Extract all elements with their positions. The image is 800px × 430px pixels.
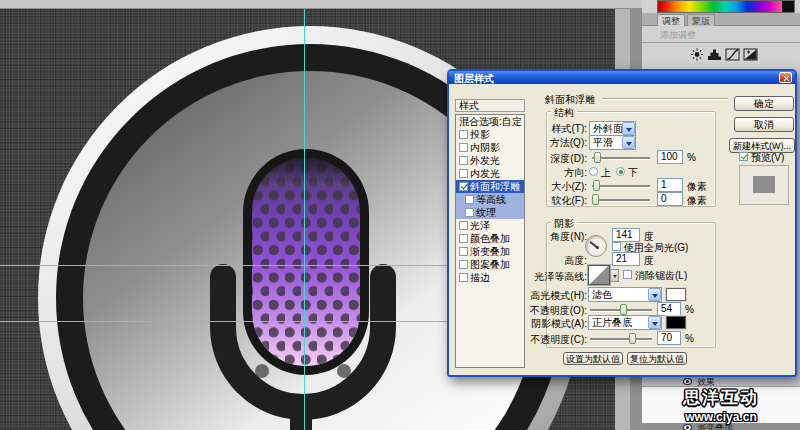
chevron-down-icon[interactable] [622, 136, 635, 149]
preview-checkbox[interactable] [739, 152, 748, 161]
photoshop-workspace: 调整 蒙版 添加调整 效果 渐变叠加 思洋互动 www.ciya.cn [0, 0, 800, 430]
depth-slider-thumb[interactable] [594, 152, 601, 163]
shadow-opacity-thumb[interactable] [629, 333, 636, 344]
shading-legend: 阴影 [551, 217, 577, 231]
style-item-drop-shadow[interactable]: 投影 [456, 128, 524, 141]
use-global-light-checkbox[interactable] [612, 242, 621, 251]
direction-up-radio[interactable] [589, 167, 598, 176]
anti-alias-checkbox[interactable] [623, 270, 632, 279]
checkbox-checked[interactable] [459, 182, 468, 191]
add-adjustment-hint: 添加调整 [660, 29, 696, 42]
tab-adjustments[interactable]: 调整 [657, 14, 685, 26]
highlight-color-swatch[interactable] [666, 288, 686, 301]
checkbox[interactable] [459, 156, 468, 165]
depth-label: 深度(D): [523, 152, 587, 166]
checkbox[interactable] [459, 234, 468, 243]
checkbox[interactable] [459, 260, 468, 269]
soften-slider[interactable] [592, 199, 650, 201]
chevron-down-icon[interactable] [648, 288, 661, 301]
style-item-inner-glow[interactable]: 内发光 [456, 167, 524, 180]
direction-label: 方向: [523, 166, 587, 180]
checkbox[interactable] [465, 208, 474, 217]
size-slider[interactable] [592, 185, 650, 187]
style-item-bevel-emboss[interactable]: 斜面和浮雕 [456, 180, 524, 193]
color-spectrum-bar[interactable] [657, 0, 795, 13]
style-item-outer-glow[interactable]: 外发光 [456, 154, 524, 167]
style-item-color-overlay[interactable]: 颜色叠加 [456, 232, 524, 245]
exposure-icon[interactable] [743, 48, 759, 61]
highlight-opacity-input[interactable]: 54 [657, 302, 681, 316]
style-item-inner-shadow[interactable]: 内阴影 [456, 141, 524, 154]
shadow-mode-select[interactable]: 正片叠底 [588, 315, 662, 330]
set-default-button[interactable]: 设置为默认值 [563, 352, 623, 365]
shadow-color-swatch[interactable] [666, 316, 686, 329]
levels-icon[interactable] [707, 48, 723, 61]
direction-up-label: 上 [601, 166, 611, 180]
depth-input[interactable]: 100 [657, 150, 683, 164]
chevron-down-icon[interactable] [622, 122, 635, 135]
checkbox[interactable] [459, 247, 468, 256]
styles-listbox: 混合选项:自定 投影 内阴影 外发光 内发光 斜面和浮雕 等高线 纹理 光泽 颜… [455, 114, 525, 368]
shadow-opacity-slider[interactable] [590, 338, 652, 340]
style-item-gradient-overlay[interactable]: 渐变叠加 [456, 245, 524, 258]
contour-chevron-icon[interactable] [610, 269, 619, 282]
ok-button[interactable]: 确定 [734, 96, 794, 111]
shadow-opacity-label: 不透明度(C): [523, 333, 587, 347]
anti-alias-label: 消除锯齿(L) [635, 269, 687, 283]
section-divider [602, 98, 728, 99]
altitude-input[interactable]: 21 [612, 252, 640, 266]
gloss-contour-swatch[interactable] [588, 265, 610, 285]
shadow-mode-label: 阴影模式(A): [523, 317, 587, 331]
panel-tabbar: 调整 蒙版 [642, 13, 800, 26]
dialog-titlebar[interactable]: 图层样式 [449, 71, 795, 84]
checkbox[interactable] [459, 221, 468, 230]
checkbox[interactable] [459, 273, 468, 282]
style-item-blending-options[interactable]: 混合选项:自定 [456, 115, 524, 128]
soften-unit: 像素 [687, 194, 707, 208]
preview-label: 预览(V) [751, 151, 784, 165]
style-item-satin[interactable]: 光泽 [456, 219, 524, 232]
shadow-opacity-input[interactable]: 70 [657, 331, 681, 345]
tab-masks[interactable]: 蒙版 [687, 14, 715, 26]
angle-input[interactable]: 141 [612, 228, 640, 242]
style-item-pattern-overlay[interactable]: 图案叠加 [456, 258, 524, 271]
soften-slider-thumb[interactable] [592, 194, 599, 205]
style-item-stroke[interactable]: 描边 [456, 271, 524, 284]
watermark-title: 思洋互动 [642, 386, 800, 409]
angle-label: 角度(N): [523, 230, 587, 244]
highlight-mode-select[interactable]: 滤色 [588, 287, 662, 302]
angle-dial-center [596, 246, 599, 249]
watermark-url: www.ciya.cn [642, 410, 800, 424]
close-icon[interactable] [779, 72, 792, 83]
cancel-button[interactable]: 取消 [734, 117, 794, 132]
size-slider-thumb[interactable] [593, 180, 600, 191]
highlight-opacity-unit: % [685, 304, 694, 315]
size-input[interactable]: 1 [657, 178, 683, 192]
technique-select[interactable]: 平滑 [589, 135, 636, 150]
checkbox[interactable] [459, 130, 468, 139]
style-select[interactable]: 外斜面 [589, 121, 636, 136]
watermark: 思洋互动 www.ciya.cn [642, 386, 800, 428]
angle-dial[interactable] [585, 235, 607, 257]
soften-input[interactable]: 0 [657, 192, 683, 206]
spectrum-black-swatch[interactable] [782, 1, 794, 12]
direction-down-radio[interactable] [616, 167, 625, 176]
spectrum-gradient[interactable] [658, 1, 782, 12]
technique-label: 方法(Q): [523, 136, 587, 150]
checkbox[interactable] [459, 169, 468, 178]
altitude-label: 高度: [523, 254, 587, 268]
style-item-contour[interactable]: 等高线 [456, 193, 524, 206]
reset-default-button[interactable]: 复位为默认值 [627, 352, 687, 365]
size-label: 大小(Z): [523, 180, 587, 194]
checkbox[interactable] [459, 143, 468, 152]
direction-down-label: 下 [628, 166, 638, 180]
brightness-contrast-icon[interactable] [689, 48, 705, 61]
vertical-guide [304, 9, 305, 430]
curves-icon[interactable] [725, 48, 741, 61]
style-item-texture[interactable]: 纹理 [456, 206, 524, 219]
visibility-eye-icon[interactable] [683, 378, 692, 385]
chevron-down-icon[interactable] [648, 316, 661, 329]
checkbox[interactable] [465, 195, 474, 204]
panel-divider [642, 42, 800, 43]
highlight-opacity-thumb[interactable] [620, 304, 627, 315]
